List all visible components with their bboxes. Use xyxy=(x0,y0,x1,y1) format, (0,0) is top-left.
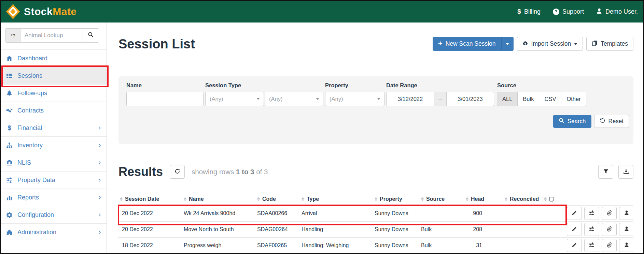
edit-row-button[interactable] xyxy=(567,223,582,236)
brand-logo[interactable]: StockMate xyxy=(5,3,77,20)
date-from-input[interactable] xyxy=(386,92,434,106)
person-icon xyxy=(624,210,629,216)
reset-label: Reset xyxy=(608,118,624,125)
app-window: StockMate $ Billing ? Support Demo User.… xyxy=(0,0,644,254)
page-toolbar: + New Scan Session Import Session xyxy=(433,37,633,51)
reset-button[interactable]: Reset xyxy=(594,115,629,128)
adjust-row-button[interactable] xyxy=(584,207,599,220)
caret-down-icon xyxy=(574,43,577,45)
sidebar-item-label: Configuration xyxy=(17,211,54,219)
new-scan-session-dropdown-toggle[interactable] xyxy=(501,37,514,51)
source-option-all[interactable]: ALL xyxy=(497,92,518,106)
animal-lookup-input[interactable] xyxy=(20,28,83,43)
attachments-row-button[interactable] xyxy=(602,207,617,220)
session-type-select[interactable]: (Any) xyxy=(205,92,264,106)
source-option-other[interactable]: Other xyxy=(561,92,586,106)
source-option-bulk[interactable]: Bulk xyxy=(517,92,539,106)
source-filter-label: Source xyxy=(497,82,586,89)
main-content: Session List + New Scan Session Import xyxy=(107,23,643,253)
import-session-button[interactable]: Import Session xyxy=(517,37,583,51)
sidebar-item-configuration[interactable]: Configuration xyxy=(1,206,107,223)
table-row[interactable]: 20 Dec 2022 Move North to South SDAG0026… xyxy=(118,221,633,237)
cell-source: Bulk xyxy=(419,221,464,237)
sliders-icon xyxy=(5,177,13,183)
bell-icon xyxy=(5,90,13,96)
cell-reconciled xyxy=(503,237,542,253)
sidebar-item-nlis[interactable]: NLIS xyxy=(1,154,107,171)
paperclip-icon xyxy=(606,226,612,233)
session-type-filter-group: Session Type (Any) (Any) xyxy=(205,82,323,106)
templates-label: Templates xyxy=(601,40,628,47)
animal-lookup-search-button[interactable] xyxy=(83,28,99,43)
person-icon xyxy=(624,226,629,233)
pencil-icon xyxy=(572,226,577,233)
column-header-name[interactable]: Name xyxy=(182,192,255,205)
billing-link[interactable]: $ Billing xyxy=(517,8,541,15)
column-header-code[interactable]: Code xyxy=(255,192,299,205)
column-header-reconciled[interactable]: Reconciled xyxy=(503,192,542,205)
property-select[interactable]: (Any) xyxy=(325,92,384,106)
sidebar-item-inventory[interactable]: Inventory xyxy=(1,136,107,154)
sidebar-item-dashboard[interactable]: Dashboard xyxy=(1,49,107,67)
filter-funnel-button[interactable] xyxy=(598,165,613,179)
column-header-notes[interactable] xyxy=(542,192,562,205)
sliders-icon xyxy=(589,242,594,249)
plus-icon: + xyxy=(438,40,443,47)
download-icon xyxy=(623,168,629,175)
filter-panel: Name Session Type (Any) (Any) xyxy=(118,76,633,144)
building-icon xyxy=(5,229,13,236)
sidebar: *? Dashboard Sessions Follow-ups xyxy=(1,23,107,253)
edit-row-button[interactable] xyxy=(567,239,582,252)
table-header-row: Session Date Name Code Type Property Sou… xyxy=(118,192,633,205)
sidebar-item-property-data[interactable]: Property Data xyxy=(1,171,107,189)
table-row[interactable]: 20 Dec 2022 Wk 24 Arrivals 900hd SDAA002… xyxy=(118,205,633,221)
sidebar-item-label: Administration xyxy=(17,229,56,236)
assign-user-row-button[interactable] xyxy=(619,207,633,220)
cell-property: Sunny Downs xyxy=(373,237,419,253)
chevron-right-icon xyxy=(97,195,102,200)
name-filter-input[interactable] xyxy=(126,92,204,106)
search-button[interactable]: Search xyxy=(553,115,591,128)
adjust-row-button[interactable] xyxy=(584,223,599,236)
sidebar-item-sessions[interactable]: Sessions xyxy=(1,67,107,84)
chevron-right-icon xyxy=(97,178,102,182)
sort-icon xyxy=(505,197,507,201)
sidebar-item-reports[interactable]: Reports xyxy=(1,189,107,206)
wildcard-addon: *? xyxy=(5,28,20,43)
templates-button[interactable]: Templates xyxy=(586,37,633,51)
dollar-icon: $ xyxy=(517,8,521,15)
download-button[interactable] xyxy=(618,165,633,179)
support-link[interactable]: ? Support xyxy=(553,8,584,15)
cell-property: Sunny Downs xyxy=(373,221,419,237)
adjust-row-button[interactable] xyxy=(584,239,599,252)
sidebar-item-financial[interactable]: $ Financial xyxy=(1,119,107,136)
column-header-property[interactable]: Property xyxy=(373,192,419,205)
column-header-session-date[interactable]: Session Date xyxy=(118,192,182,205)
refresh-button[interactable] xyxy=(170,165,185,179)
new-scan-session-button[interactable]: + New Scan Session xyxy=(433,37,501,51)
session-type-filter-label: Session Type xyxy=(205,82,323,89)
sidebar-item-label: NLIS xyxy=(17,159,31,166)
sidebar-item-contracts[interactable]: Contracts xyxy=(1,102,107,119)
assign-user-row-button[interactable] xyxy=(619,223,633,236)
attachments-row-button[interactable] xyxy=(602,239,617,252)
column-header-type[interactable]: Type xyxy=(299,192,373,205)
source-option-csv[interactable]: CSV xyxy=(539,92,561,106)
cell-type: Handling xyxy=(299,221,373,237)
edit-row-button[interactable] xyxy=(567,207,582,220)
sidebar-item-administration[interactable]: Administration xyxy=(1,223,107,241)
session-subtype-select[interactable]: (Any) xyxy=(265,92,323,106)
assign-user-row-button[interactable] xyxy=(619,239,633,252)
column-header-head[interactable]: Head xyxy=(464,192,503,205)
sort-icon xyxy=(466,197,468,201)
table-row[interactable]: 18 Dec 2022 Progress weigh SDAF00265 Han… xyxy=(118,237,633,253)
cell-source: Bulk xyxy=(419,237,464,253)
table-icon xyxy=(5,73,13,79)
column-header-source[interactable]: Source xyxy=(419,192,464,205)
date-to-input[interactable] xyxy=(446,92,494,106)
cloud-upload-icon xyxy=(522,40,528,48)
attachments-row-button[interactable] xyxy=(602,223,617,236)
sidebar-item-follow-ups[interactable]: Follow-ups xyxy=(1,84,107,102)
sort-icon xyxy=(120,197,123,201)
user-menu[interactable]: Demo User. xyxy=(596,8,638,16)
